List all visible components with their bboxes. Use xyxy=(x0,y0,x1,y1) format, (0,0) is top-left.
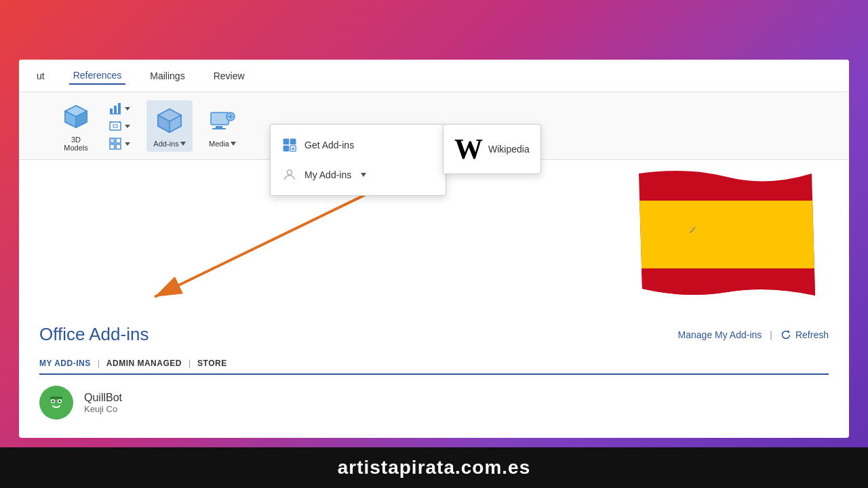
screenshot-icon xyxy=(108,119,122,133)
tab-sep-1: | xyxy=(98,359,100,368)
chevron-down-icon-3 xyxy=(125,141,130,146)
refresh-button[interactable]: Refresh xyxy=(781,329,829,340)
chevron-down-icon-2 xyxy=(125,123,130,129)
my-addins-label: My Add-ins xyxy=(304,169,351,180)
tab-mailings[interactable]: Mailings xyxy=(146,68,189,84)
manage-addins-link[interactable]: Manage My Add-ins xyxy=(678,329,762,340)
website-url: artistapirata.com.es xyxy=(338,457,531,479)
tab-review[interactable]: Review xyxy=(210,68,249,84)
addins-tabs: MY ADD-INS | ADMIN MANAGED | STORE xyxy=(39,353,829,375)
addins-chevron-icon xyxy=(180,141,186,146)
svg-point-37 xyxy=(287,170,292,175)
get-addins-label: Get Add-ins xyxy=(304,140,354,150)
svg-rect-5 xyxy=(114,106,117,114)
svg-rect-29 xyxy=(212,128,226,129)
spanish-flag xyxy=(632,160,822,309)
ribbon-bar: ut References Mailings Review xyxy=(19,60,849,92)
my-addins-item[interactable]: My Add-ins xyxy=(271,160,446,190)
wikipedia-label: Wikipedia xyxy=(488,144,530,155)
cube-icon xyxy=(60,100,92,133)
refresh-icon xyxy=(781,329,791,340)
wikipedia-w-symbol: W xyxy=(454,133,483,165)
svg-rect-9 xyxy=(110,122,121,130)
svg-line-40 xyxy=(155,188,378,297)
tool-3d-models-label: 3DModels xyxy=(64,136,87,152)
tool-addins-label: Add-ins xyxy=(153,140,178,148)
tool-media[interactable]: Media xyxy=(206,104,239,148)
tool-addins[interactable]: Add-ins xyxy=(146,100,193,152)
svg-rect-6 xyxy=(118,103,121,114)
addins-dropdown: Get Add-ins My Add-ins xyxy=(270,124,446,196)
svg-rect-17 xyxy=(116,144,121,149)
svg-rect-14 xyxy=(110,138,115,143)
svg-rect-16 xyxy=(110,144,115,149)
small-tool-chart[interactable] xyxy=(106,100,133,117)
addins-actions: Manage My Add-ins | Refresh xyxy=(678,329,829,340)
addin-info: QuillBot Keuji Co xyxy=(84,392,122,414)
wikipedia-panel[interactable]: W Wikipedia xyxy=(443,124,541,174)
tab-my-addins[interactable]: MY ADD-INS xyxy=(39,353,91,375)
svg-point-50 xyxy=(52,401,54,403)
small-tool-screenshot[interactable] xyxy=(106,118,133,134)
svg-rect-28 xyxy=(216,126,222,128)
my-addins-chevron-icon xyxy=(361,172,366,178)
store-icon xyxy=(281,137,298,153)
get-addins-item[interactable]: Get Add-ins xyxy=(271,130,446,160)
tab-references[interactable]: References xyxy=(69,67,126,85)
addins-title: Office Add-ins xyxy=(39,324,149,345)
chart-icon xyxy=(108,102,122,115)
refresh-label: Refresh xyxy=(795,329,829,340)
tab-layout[interactable]: ut xyxy=(33,68,49,84)
person-icon xyxy=(281,167,298,183)
svg-rect-33 xyxy=(283,146,289,151)
addin-company: Keuji Co xyxy=(84,404,122,414)
svg-rect-31 xyxy=(283,139,289,144)
small-tool-extra[interactable] xyxy=(106,136,133,152)
bottom-bar: artistapirata.com.es xyxy=(0,447,868,488)
svg-marker-38 xyxy=(361,173,366,177)
media-chevron-icon xyxy=(231,141,236,146)
extra-icon xyxy=(108,137,122,150)
svg-marker-23 xyxy=(180,142,186,146)
chevron-down-icon xyxy=(125,106,130,111)
svg-rect-52 xyxy=(50,396,62,399)
addin-avatar-quillbot xyxy=(39,386,73,420)
svg-rect-4 xyxy=(110,108,113,114)
addins-header: Office Add-ins Manage My Add-ins | Refre… xyxy=(39,324,829,345)
svg-marker-18 xyxy=(125,142,130,146)
svg-point-47 xyxy=(47,393,66,412)
tab-sep-2: | xyxy=(189,359,191,368)
svg-marker-30 xyxy=(231,142,236,146)
tab-store[interactable]: STORE xyxy=(197,353,227,373)
svg-rect-42 xyxy=(632,201,822,268)
addin-item-quillbot[interactable]: QuillBot Keuji Co xyxy=(39,386,829,420)
tool-3d-models[interactable]: 3DModels xyxy=(60,100,92,152)
addins-panel: Office Add-ins Manage My Add-ins | Refre… xyxy=(19,310,849,433)
svg-rect-24 xyxy=(211,113,229,125)
small-tools-group xyxy=(106,100,133,152)
svg-rect-32 xyxy=(290,139,296,144)
svg-rect-43 xyxy=(632,268,822,302)
addins-icon xyxy=(153,104,186,137)
svg-rect-10 xyxy=(113,125,117,127)
media-icon xyxy=(206,104,239,137)
addin-name: QuillBot xyxy=(84,392,122,404)
tab-admin-managed[interactable]: ADMIN MANAGED xyxy=(106,353,182,373)
svg-marker-8 xyxy=(125,107,130,110)
main-window: ut References Mailings Review 3DModels xyxy=(19,60,849,438)
action-divider: | xyxy=(770,329,772,340)
svg-marker-13 xyxy=(125,125,130,128)
svg-rect-15 xyxy=(116,138,121,143)
tool-media-label: Media xyxy=(209,140,229,148)
svg-point-51 xyxy=(59,401,61,403)
